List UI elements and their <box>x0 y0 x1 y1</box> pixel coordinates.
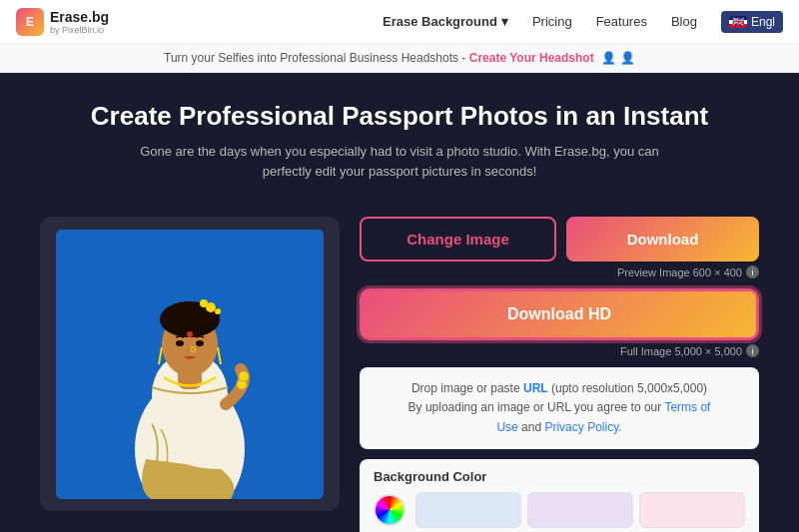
url-link[interactable]: URL <box>523 381 548 395</box>
full-size-info-icon[interactable]: i <box>746 344 759 357</box>
navbar: E Erase.bg by PixelBin.io Erase Backgrou… <box>0 0 799 44</box>
nav-blog[interactable]: Blog <box>671 14 697 29</box>
color-grid-row1 <box>374 492 745 528</box>
color-wheel-picker[interactable] <box>374 494 405 526</box>
download-hd-button[interactable]: Download HD <box>360 288 759 340</box>
color-swatch-1[interactable] <box>415 492 521 528</box>
privacy-policy-link[interactable]: Privacy Policy. <box>544 420 621 434</box>
page-title: Create Professional Passport Photos in a… <box>40 101 759 132</box>
preview-image <box>56 230 324 499</box>
chevron-down-icon: ▾ <box>501 14 508 29</box>
color-swatch-3[interactable] <box>639 492 745 528</box>
passport-photo-svg <box>56 230 324 499</box>
headshot-link[interactable]: Create Your Headshot <box>469 51 594 65</box>
action-btn-row: Change Image Download <box>360 217 759 262</box>
svg-point-14 <box>187 331 193 337</box>
download-button[interactable]: Download <box>566 217 759 262</box>
image-preview-panel <box>40 217 340 511</box>
nav-links: Erase Background ▾ Pricing Features Blog… <box>383 11 783 33</box>
svg-point-10 <box>176 340 184 346</box>
hero-section: Create Professional Passport Photos in a… <box>0 73 799 201</box>
flag-icon: 🇬🇧 <box>729 16 747 28</box>
logo-icon: E <box>16 8 44 36</box>
promo-banner: Turn your Selfies into Professional Busi… <box>0 44 799 73</box>
svg-point-8 <box>200 299 208 307</box>
upload-info-line1: Drop image or paste URL (upto resolution… <box>374 379 745 398</box>
full-size-info-label: Full Image 5,000 × 5,000 i <box>360 344 759 357</box>
person-icon-1: 👤 <box>601 51 616 65</box>
banner-icons: 👤 👤 <box>601 51 635 65</box>
svg-point-9 <box>215 308 221 314</box>
nav-language[interactable]: 🇬🇧 Engl <box>721 11 783 33</box>
hero-subtitle: Gone are the days when you especially ha… <box>40 142 759 181</box>
bg-color-section: Background Color <box>360 459 759 532</box>
change-image-button[interactable]: Change Image <box>360 217 556 262</box>
svg-point-11 <box>196 340 204 346</box>
preview-size-label: Preview Image 600 × 400 i <box>360 266 759 278</box>
upload-info-box: Drop image or paste URL (upto resolution… <box>360 367 759 449</box>
upload-info-line2: By uploading an image or URL you agree t… <box>374 398 745 436</box>
preview-info-icon[interactable]: i <box>746 266 759 278</box>
color-swatch-2[interactable] <box>527 492 633 528</box>
logo[interactable]: E Erase.bg by PixelBin.io <box>16 8 109 36</box>
svg-point-16 <box>239 371 249 381</box>
bg-color-label: Background Color <box>374 469 745 484</box>
nav-pricing[interactable]: Pricing <box>532 14 572 29</box>
person-icon-2: 👤 <box>620 51 635 65</box>
logo-text: Erase.bg by PixelBin.io <box>50 9 109 35</box>
main-content: Change Image Download Preview Image 600 … <box>0 201 799 532</box>
right-panel: Change Image Download Preview Image 600 … <box>360 217 759 532</box>
nav-features[interactable]: Features <box>596 14 647 29</box>
nav-erase-bg[interactable]: Erase Background ▾ <box>383 14 508 29</box>
